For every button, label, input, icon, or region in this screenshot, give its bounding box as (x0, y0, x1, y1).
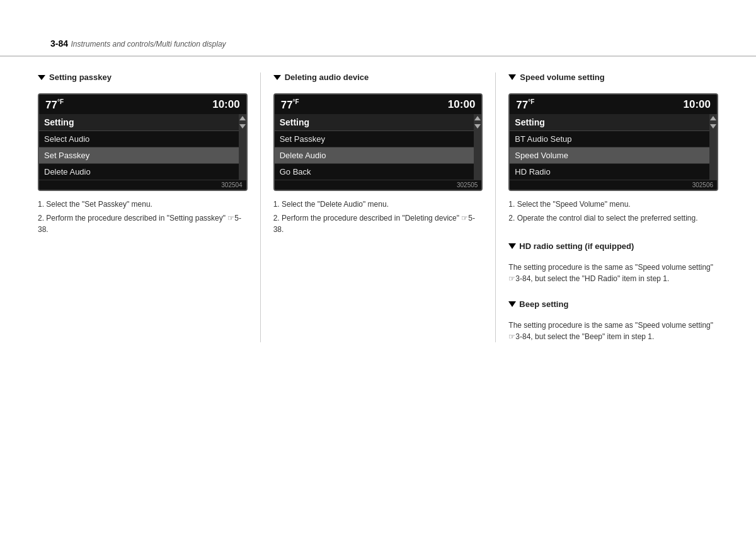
screen-time-3: 10:00 (684, 98, 711, 111)
menu-with-scroll-2: Setting Set Passkey Delete Audio Go Back (275, 114, 482, 180)
divider-1 (260, 72, 261, 342)
scrollbar-down-1[interactable] (239, 124, 246, 129)
subsection-title-1: HD radio setting (if equipped) (508, 241, 718, 251)
screen-temp-3: 77°F (516, 98, 534, 112)
screen-menu-2: Setting Set Passkey Delete Audio Go Back (275, 114, 482, 180)
screen-temp-1: 77°F (45, 98, 64, 112)
menu-item-3-2[interactable]: HD Radio (510, 164, 709, 180)
instruction-2-1: 2. Perform the procedure described in "D… (273, 212, 483, 235)
subsection-text-2: The setting procedure is the same as "Sp… (508, 320, 718, 342)
instructions-3: 1. Select the "Speed Volume" menu. 2. Op… (508, 199, 718, 226)
menu-with-scroll-1: Setting Select Audio Set Passkey Delete … (39, 114, 246, 180)
menu-item-1-1[interactable]: Set Passkey (39, 148, 239, 164)
instruction-3-1: 2. Operate the control dial to select th… (508, 212, 718, 224)
triangle-down-icon-2 (273, 75, 281, 80)
instruction-1-0: 1. Select the "Set Passkey" menu. (38, 199, 248, 210)
menu-header-2: Setting (275, 114, 474, 131)
section-label-1: Setting passkey (49, 72, 112, 82)
instruction-3-0: 1. Select the "Speed Volume" menu. (508, 199, 718, 210)
column-2: Deleting audio device 77°F 10:00 Setting (273, 72, 483, 342)
menu-with-scroll-3: Setting BT Audio Setup Speed Volume HD R… (510, 114, 717, 180)
menu-item-2-0[interactable]: Set Passkey (275, 131, 474, 148)
menu-header-3: Setting (510, 114, 709, 131)
instructions-1: 1. Select the "Set Passkey" menu. 2. Per… (38, 199, 248, 238)
menu-header-1: Setting (39, 114, 239, 131)
screen-2: 77°F 10:00 Setting Set Passkey (273, 93, 483, 191)
triangle-filled-down-icon-3 (508, 74, 516, 80)
page-subtitle: Instruments and controls/Multi function … (71, 40, 226, 49)
subsection-title-2: Beep setting (508, 299, 718, 309)
subsection-text-1: The setting procedure is the same as "Sp… (508, 262, 718, 284)
menu-item-1-0[interactable]: Select Audio (39, 131, 239, 148)
section-label-3: Speed volume setting (520, 72, 604, 82)
screen-time-2: 10:00 (448, 98, 475, 111)
screen-top-bar-1: 77°F 10:00 (39, 95, 246, 114)
screen-top-bar-2: 77°F 10:00 (275, 95, 482, 114)
section-title-2: Deleting audio device (273, 72, 483, 82)
scrollbar-down-2[interactable] (474, 124, 481, 129)
scrollbar-3 (709, 114, 717, 180)
screen-1: 77°F 10:00 Setting Select Audio (38, 93, 248, 191)
scrollbar-2 (474, 114, 481, 180)
scrollbar-up-3[interactable] (710, 116, 716, 120)
page-number: 3-84 (50, 38, 68, 49)
scrollbar-up-1[interactable] (239, 116, 246, 120)
scrollbar-down-3[interactable] (710, 124, 716, 129)
triangle-filled-down-sub-1 (508, 243, 516, 249)
page-wrapper: 3-84 Instruments and controls/Multi func… (0, 0, 756, 342)
screen-code-3: 302506 (510, 180, 717, 190)
page-header: 3-84 Instruments and controls/Multi func… (0, 0, 756, 57)
menu-item-3-0[interactable]: BT Audio Setup (510, 131, 709, 148)
menu-item-3-1[interactable]: Speed Volume (510, 148, 709, 164)
instruction-1-1: 2. Perform the procedure described in "S… (38, 212, 248, 235)
section-title-3: Speed volume setting (508, 72, 718, 82)
screen-code-2: 302505 (275, 180, 482, 190)
triangle-filled-down-sub-2 (508, 301, 516, 307)
screen-3: 77°F 10:00 Setting BT Audio Setup (508, 93, 718, 191)
instruction-2-0: 1. Select the "Delete Audio" menu. (273, 199, 483, 210)
scrollbar-1 (239, 114, 246, 180)
screen-code-1: 302504 (39, 180, 246, 190)
instructions-2: 1. Select the "Delete Audio" menu. 2. Pe… (273, 199, 483, 238)
screen-menu-3: Setting BT Audio Setup Speed Volume HD R… (510, 114, 717, 180)
menu-items-list-2: Setting Set Passkey Delete Audio Go Back (275, 114, 474, 180)
column-3: Speed volume setting 77°F 10:00 Setting (508, 72, 718, 342)
screen-top-bar-3: 77°F 10:00 (510, 95, 717, 114)
screen-menu-1: Setting Select Audio Set Passkey Delete … (39, 114, 246, 180)
screen-time-1: 10:00 (212, 98, 239, 111)
section-label-2: Deleting audio device (285, 72, 369, 82)
menu-item-2-1[interactable]: Delete Audio (275, 148, 474, 164)
triangle-down-icon-1 (38, 75, 45, 80)
section-title-1: Setting passkey (38, 72, 248, 82)
column-1: Setting passkey 77°F 10:00 Setting (38, 72, 248, 342)
menu-items-list-1: Setting Select Audio Set Passkey Delete … (39, 114, 239, 180)
content-area: Setting passkey 77°F 10:00 Setting (0, 72, 756, 342)
screen-temp-2: 77°F (281, 98, 299, 112)
menu-item-1-2[interactable]: Delete Audio (39, 164, 239, 180)
divider-2 (495, 72, 496, 342)
menu-items-list-3: Setting BT Audio Setup Speed Volume HD R… (510, 114, 709, 180)
scrollbar-up-2[interactable] (474, 116, 481, 120)
menu-item-2-2[interactable]: Go Back (275, 164, 474, 180)
